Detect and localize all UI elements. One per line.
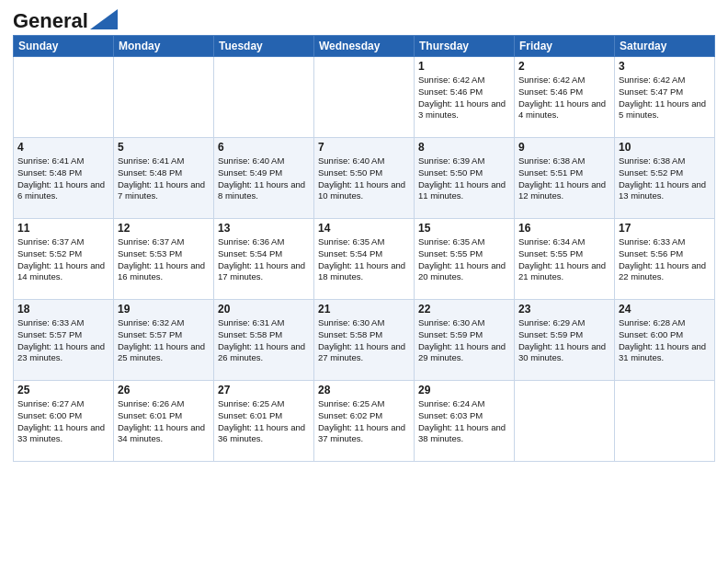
day-number: 21: [318, 303, 410, 316]
day-number: 17: [619, 222, 711, 235]
day-info: Sunrise: 6:38 AMSunset: 5:51 PMDaylight:…: [518, 155, 610, 202]
calendar-cell: 26Sunrise: 6:26 AMSunset: 6:01 PMDayligh…: [114, 381, 214, 462]
calendar-cell: 16Sunrise: 6:34 AMSunset: 5:55 PMDayligh…: [515, 219, 615, 300]
page-header: General: [13, 9, 715, 28]
day-number: 8: [418, 141, 510, 154]
day-number: 7: [318, 141, 410, 154]
col-header-thursday: Thursday: [415, 36, 515, 57]
day-number: 23: [518, 303, 610, 316]
calendar-week-2: 4Sunrise: 6:41 AMSunset: 5:48 PMDaylight…: [14, 138, 715, 219]
col-header-wednesday: Wednesday: [314, 36, 415, 57]
calendar-cell: 10Sunrise: 6:38 AMSunset: 5:52 PMDayligh…: [615, 138, 715, 219]
calendar-cell: [515, 381, 615, 462]
day-info: Sunrise: 6:31 AMSunset: 5:58 PMDaylight:…: [218, 317, 310, 364]
calendar-cell: 14Sunrise: 6:35 AMSunset: 5:54 PMDayligh…: [314, 219, 415, 300]
calendar-table: SundayMondayTuesdayWednesdayThursdayFrid…: [13, 35, 715, 462]
day-info: Sunrise: 6:25 AMSunset: 6:01 PMDaylight:…: [218, 398, 310, 445]
day-number: 26: [118, 384, 210, 396]
calendar-week-3: 11Sunrise: 6:37 AMSunset: 5:52 PMDayligh…: [14, 219, 715, 300]
calendar-cell: 18Sunrise: 6:33 AMSunset: 5:57 PMDayligh…: [14, 300, 114, 381]
day-info: Sunrise: 6:37 AMSunset: 5:52 PMDaylight:…: [17, 236, 109, 283]
day-info: Sunrise: 6:41 AMSunset: 5:48 PMDaylight:…: [17, 155, 109, 202]
calendar-week-4: 18Sunrise: 6:33 AMSunset: 5:57 PMDayligh…: [14, 300, 715, 381]
calendar-header-row: SundayMondayTuesdayWednesdayThursdayFrid…: [14, 36, 715, 57]
day-number: 29: [418, 384, 510, 396]
day-number: 16: [518, 222, 610, 235]
day-info: Sunrise: 6:40 AMSunset: 5:50 PMDaylight:…: [318, 155, 410, 202]
day-info: Sunrise: 6:42 AMSunset: 5:46 PMDaylight:…: [418, 75, 510, 121]
calendar-cell: 23Sunrise: 6:29 AMSunset: 5:59 PMDayligh…: [515, 300, 615, 381]
calendar-cell: 15Sunrise: 6:35 AMSunset: 5:55 PMDayligh…: [415, 219, 515, 300]
day-info: Sunrise: 6:29 AMSunset: 5:59 PMDaylight:…: [518, 317, 610, 364]
day-info: Sunrise: 6:41 AMSunset: 5:48 PMDaylight:…: [118, 155, 210, 202]
day-info: Sunrise: 6:42 AMSunset: 5:47 PMDaylight:…: [619, 75, 711, 121]
logo: General: [13, 9, 118, 28]
day-number: 2: [518, 60, 610, 73]
day-info: Sunrise: 6:26 AMSunset: 6:01 PMDaylight:…: [118, 398, 210, 445]
svg-marker-0: [90, 9, 118, 29]
day-info: Sunrise: 6:35 AMSunset: 5:54 PMDaylight:…: [318, 236, 410, 283]
calendar-cell: 29Sunrise: 6:24 AMSunset: 6:03 PMDayligh…: [415, 381, 515, 462]
calendar-cell: 12Sunrise: 6:37 AMSunset: 5:53 PMDayligh…: [114, 219, 214, 300]
day-info: Sunrise: 6:25 AMSunset: 6:02 PMDaylight:…: [318, 398, 410, 445]
day-number: 6: [218, 141, 310, 154]
calendar-cell: 13Sunrise: 6:36 AMSunset: 5:54 PMDayligh…: [214, 219, 314, 300]
day-number: 25: [17, 384, 109, 396]
calendar-cell: 2Sunrise: 6:42 AMSunset: 5:46 PMDaylight…: [515, 57, 615, 138]
col-header-friday: Friday: [515, 36, 615, 57]
day-number: 5: [118, 141, 210, 154]
day-number: 20: [218, 303, 310, 316]
day-info: Sunrise: 6:42 AMSunset: 5:46 PMDaylight:…: [518, 75, 610, 121]
day-number: 22: [418, 303, 510, 316]
calendar-cell: 22Sunrise: 6:30 AMSunset: 5:59 PMDayligh…: [415, 300, 515, 381]
day-number: 15: [418, 222, 510, 235]
day-number: 19: [118, 303, 210, 316]
day-info: Sunrise: 6:30 AMSunset: 5:59 PMDaylight:…: [418, 317, 510, 364]
day-number: 4: [17, 141, 109, 154]
calendar-cell: 4Sunrise: 6:41 AMSunset: 5:48 PMDaylight…: [14, 138, 114, 219]
calendar-cell: [214, 57, 314, 138]
day-info: Sunrise: 6:39 AMSunset: 5:50 PMDaylight:…: [418, 155, 510, 202]
calendar-cell: [14, 57, 114, 138]
calendar-cell: 9Sunrise: 6:38 AMSunset: 5:51 PMDaylight…: [515, 138, 615, 219]
day-number: 11: [17, 222, 109, 235]
day-number: 28: [318, 384, 410, 396]
col-header-saturday: Saturday: [615, 36, 715, 57]
day-info: Sunrise: 6:40 AMSunset: 5:49 PMDaylight:…: [218, 155, 310, 202]
day-number: 18: [17, 303, 109, 316]
col-header-sunday: Sunday: [14, 36, 114, 57]
day-info: Sunrise: 6:33 AMSunset: 5:56 PMDaylight:…: [619, 236, 711, 283]
calendar-cell: 25Sunrise: 6:27 AMSunset: 6:00 PMDayligh…: [14, 381, 114, 462]
calendar-cell: 28Sunrise: 6:25 AMSunset: 6:02 PMDayligh…: [314, 381, 415, 462]
day-number: 10: [619, 141, 711, 154]
day-number: 27: [218, 384, 310, 396]
calendar-cell: 5Sunrise: 6:41 AMSunset: 5:48 PMDaylight…: [114, 138, 214, 219]
day-info: Sunrise: 6:38 AMSunset: 5:52 PMDaylight:…: [619, 155, 711, 202]
day-info: Sunrise: 6:34 AMSunset: 5:55 PMDaylight:…: [518, 236, 610, 283]
calendar-cell: 6Sunrise: 6:40 AMSunset: 5:49 PMDaylight…: [214, 138, 314, 219]
calendar-cell: 3Sunrise: 6:42 AMSunset: 5:47 PMDaylight…: [615, 57, 715, 138]
day-number: 9: [518, 141, 610, 154]
col-header-tuesday: Tuesday: [214, 36, 314, 57]
calendar-cell: 17Sunrise: 6:33 AMSunset: 5:56 PMDayligh…: [615, 219, 715, 300]
day-info: Sunrise: 6:24 AMSunset: 6:03 PMDaylight:…: [418, 398, 510, 445]
day-info: Sunrise: 6:36 AMSunset: 5:54 PMDaylight:…: [218, 236, 310, 283]
calendar-week-5: 25Sunrise: 6:27 AMSunset: 6:00 PMDayligh…: [14, 381, 715, 462]
calendar-cell: 21Sunrise: 6:30 AMSunset: 5:58 PMDayligh…: [314, 300, 415, 381]
col-header-monday: Monday: [114, 36, 214, 57]
calendar-cell: 8Sunrise: 6:39 AMSunset: 5:50 PMDaylight…: [415, 138, 515, 219]
day-info: Sunrise: 6:37 AMSunset: 5:53 PMDaylight:…: [118, 236, 210, 283]
logo-general: General: [13, 9, 88, 33]
calendar-cell: 7Sunrise: 6:40 AMSunset: 5:50 PMDaylight…: [314, 138, 415, 219]
day-info: Sunrise: 6:32 AMSunset: 5:57 PMDaylight:…: [118, 317, 210, 364]
calendar-cell: 20Sunrise: 6:31 AMSunset: 5:58 PMDayligh…: [214, 300, 314, 381]
day-info: Sunrise: 6:35 AMSunset: 5:55 PMDaylight:…: [418, 236, 510, 283]
logo-icon: [90, 9, 118, 29]
calendar-cell: 24Sunrise: 6:28 AMSunset: 6:00 PMDayligh…: [615, 300, 715, 381]
day-number: 24: [619, 303, 711, 316]
day-number: 14: [318, 222, 410, 235]
calendar-cell: 11Sunrise: 6:37 AMSunset: 5:52 PMDayligh…: [14, 219, 114, 300]
day-number: 12: [118, 222, 210, 235]
day-info: Sunrise: 6:30 AMSunset: 5:58 PMDaylight:…: [318, 317, 410, 364]
day-number: 13: [218, 222, 310, 235]
